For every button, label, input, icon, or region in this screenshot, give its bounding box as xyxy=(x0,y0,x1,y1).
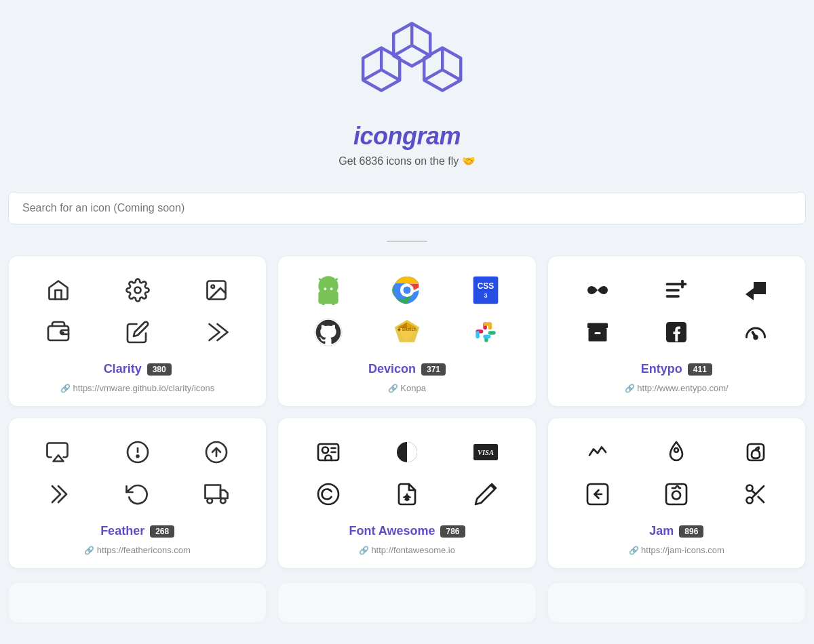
jam-count: 896 xyxy=(679,525,703,538)
clarity-name: Clarity xyxy=(104,362,142,376)
feather-name: Feather xyxy=(100,524,144,538)
svg-marker-45 xyxy=(54,456,64,462)
clarity-icons xyxy=(22,273,252,350)
jam-name: Jam xyxy=(649,524,674,538)
card-entypo: Entypo 411 http://www.entypo.com/ xyxy=(547,256,806,407)
clarity-icon-settings xyxy=(120,273,155,308)
svg-rect-8 xyxy=(322,302,324,305)
entypo-icon-archive xyxy=(580,315,615,350)
jam-name-row: Jam 896 xyxy=(562,524,792,538)
bottom-row xyxy=(0,582,814,637)
clarity-count: 380 xyxy=(147,363,172,376)
svg-point-16 xyxy=(403,287,410,294)
entypo-icon-reply xyxy=(738,273,773,308)
jam-footer: Jam 896 https://jam-icons.com xyxy=(562,524,792,556)
feather-icons xyxy=(22,435,252,512)
cards-grid: Clarity 380 https://vmware.github.io/cla… xyxy=(0,256,814,582)
card-devicon: CSS 3 ◆ Sketch xyxy=(277,256,536,407)
feather-count: 268 xyxy=(150,525,174,538)
svg-rect-40 xyxy=(587,323,608,329)
tagline: Get 6836 icons on the fly 🤝 xyxy=(14,155,800,167)
svg-point-44 xyxy=(754,336,758,339)
devicon-chrome xyxy=(389,273,425,308)
clarity-link[interactable]: https://vmware.github.io/clarity/icons xyxy=(60,383,214,393)
devicon-name-row: Devicon 371 xyxy=(292,362,522,376)
svg-rect-31 xyxy=(484,335,491,339)
entypo-link[interactable]: http://www.entypo.com/ xyxy=(625,383,729,393)
card-jam: Jam 896 https://jam-icons.com xyxy=(547,418,806,569)
jam-icon-airbnb xyxy=(659,435,694,470)
fa-footer: Font Awesome 786 http://fontawesome.io xyxy=(292,524,522,556)
svg-text:VISA: VISA xyxy=(478,449,494,456)
feather-icon-arrow-up-circle xyxy=(199,435,234,470)
app-title: icongram xyxy=(14,122,800,150)
jam-icon-apple xyxy=(738,435,773,470)
svg-point-11 xyxy=(330,287,332,290)
clarity-icon-wallet xyxy=(41,315,76,350)
feather-icon-refresh xyxy=(120,477,155,512)
feather-icon-truck xyxy=(199,477,234,512)
devicon-footer: Devicon 371 Konpa xyxy=(292,362,522,394)
jam-link[interactable]: https://jam-icons.com xyxy=(629,545,724,555)
devicon-sketch: ◆ Sketch xyxy=(389,315,425,350)
fa-icon-pencil xyxy=(468,477,503,512)
jam-icon-arrow-left xyxy=(580,477,615,512)
fa-icon-file-excel: X xyxy=(389,477,425,512)
clarity-icon-home xyxy=(41,273,76,308)
svg-marker-52 xyxy=(220,490,228,498)
devicon-icons: CSS 3 ◆ Sketch xyxy=(292,273,522,350)
fa-name-row: Font Awesome 786 xyxy=(292,524,522,538)
fa-link[interactable]: http://fontawesome.io xyxy=(359,545,455,555)
svg-text:3: 3 xyxy=(484,292,488,299)
entypo-icons xyxy=(562,273,792,350)
entypo-icon-gauge xyxy=(738,315,773,350)
svg-rect-30 xyxy=(476,331,480,338)
devicon-github xyxy=(311,315,346,350)
fa-name: Font Awesome xyxy=(349,524,435,538)
feather-footer: Feather 268 https://feathericons.com xyxy=(22,524,252,556)
devicon-link[interactable]: Konpa xyxy=(388,383,426,393)
fa-icons: VISA X xyxy=(292,435,522,512)
svg-rect-7 xyxy=(318,291,338,304)
entypo-name: Entypo xyxy=(641,362,682,376)
entypo-name-row: Entypo 411 xyxy=(562,362,792,376)
devicon-android xyxy=(311,273,346,308)
card-placeholder-2 xyxy=(277,582,536,623)
svg-rect-42 xyxy=(594,332,600,334)
fa-icon-copyright xyxy=(311,477,346,512)
devicon-name: Devicon xyxy=(368,362,416,376)
jam-icon-scissors xyxy=(738,477,773,512)
header: icongram Get 6836 icons on the fly 🤝 xyxy=(0,0,814,181)
search-input[interactable] xyxy=(8,192,806,224)
svg-line-75 xyxy=(758,497,763,502)
svg-point-5 xyxy=(212,285,215,289)
devicon-slack xyxy=(468,315,503,350)
jam-icon-camera xyxy=(659,477,694,512)
fa-icon-address-book xyxy=(311,435,346,470)
jam-icon-activity xyxy=(580,435,615,470)
svg-text:◆ Sketch: ◆ Sketch xyxy=(397,327,416,331)
entypo-count: 411 xyxy=(688,363,712,376)
svg-line-76 xyxy=(752,490,756,494)
svg-point-66 xyxy=(674,448,678,452)
svg-point-54 xyxy=(220,498,226,504)
entypo-icon-infinity xyxy=(580,273,615,308)
search-bar-wrap xyxy=(0,181,814,231)
svg-rect-28 xyxy=(488,331,496,335)
svg-point-55 xyxy=(322,447,328,454)
svg-point-48 xyxy=(136,456,138,458)
svg-point-10 xyxy=(324,287,326,290)
entypo-icon-list-add xyxy=(659,273,694,308)
clarity-icon-forward xyxy=(199,315,234,350)
clarity-icon-image xyxy=(199,273,234,308)
svg-rect-9 xyxy=(332,302,334,305)
svg-rect-41 xyxy=(588,328,606,342)
svg-point-3 xyxy=(134,287,140,294)
entypo-footer: Entypo 411 http://www.entypo.com/ xyxy=(562,362,792,394)
entypo-icon-facebook xyxy=(659,315,694,350)
clarity-name-row: Clarity 380 xyxy=(22,362,252,376)
svg-text:CSS: CSS xyxy=(478,281,495,291)
feather-icon-airplay xyxy=(41,435,76,470)
fa-icon-adjust xyxy=(389,435,425,470)
feather-link[interactable]: https://feathericons.com xyxy=(84,545,190,555)
